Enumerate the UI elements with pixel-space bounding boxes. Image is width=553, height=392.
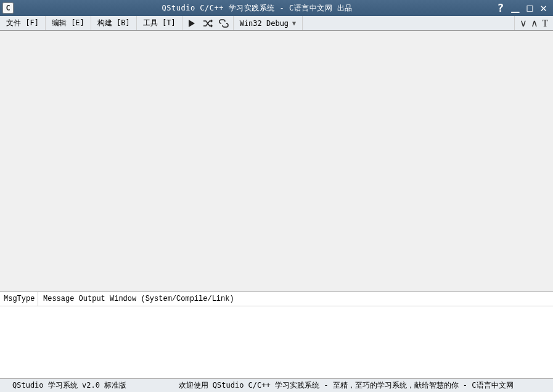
message-column-header: Message Output Window (System/Compile/Li…	[38, 292, 553, 306]
chevron-down-icon: ▼	[292, 20, 296, 27]
app-icon: C	[2, 2, 14, 14]
status-version: QStudio 学习系统 v2.0 标准版	[0, 380, 139, 391]
output-panel: MsgType Message Output Window (System/Co…	[0, 292, 553, 378]
down-caret-icon[interactable]: ∨	[520, 17, 527, 29]
minimize-icon[interactable]: _	[511, 0, 519, 12]
output-header: MsgType Message Output Window (System/Co…	[0, 292, 553, 306]
status-bar: QStudio 学习系统 v2.0 标准版 欢迎使用 QStudio C/C++…	[0, 378, 553, 392]
up-caret-icon[interactable]: ∧	[531, 17, 538, 29]
window-controls: ? _ □ ✕	[497, 1, 551, 15]
text-tool-icon[interactable]: T	[542, 18, 548, 29]
build-config-dropdown[interactable]: Win32 Debug ▼	[234, 16, 303, 30]
status-welcome: 欢迎使用 QStudio C/C++ 学习实践系统 - 至精，至巧的学习系统，献…	[139, 380, 553, 391]
window-title: QStudio C/C++ 学习实践系统 - C语言中文网 出品	[17, 3, 497, 14]
link-icon[interactable]	[218, 18, 229, 29]
maximize-icon[interactable]: □	[527, 3, 533, 13]
toolbar-run-group	[182, 16, 234, 30]
build-config-label: Win32 Debug	[240, 19, 289, 28]
run-icon[interactable]	[186, 18, 197, 29]
msgtype-column-header: MsgType	[0, 292, 38, 306]
editor-area[interactable]	[0, 31, 553, 292]
menu-build[interactable]: 构建 [B]	[91, 16, 137, 30]
help-icon[interactable]: ?	[497, 2, 504, 14]
menu-file[interactable]: 文件 [F]	[0, 16, 46, 30]
title-bar: C QStudio C/C++ 学习实践系统 - C语言中文网 出品 ? _ □…	[0, 0, 553, 16]
menu-tools[interactable]: 工具 [T]	[137, 16, 182, 30]
menubar-spacer	[303, 16, 515, 30]
shuffle-icon[interactable]	[202, 18, 213, 29]
right-toolbar: ∨ ∧ T	[515, 16, 553, 30]
close-icon[interactable]: ✕	[540, 2, 547, 14]
output-body[interactable]	[0, 306, 553, 378]
menu-bar: 文件 [F] 编辑 [E] 构建 [B] 工具 [T] Win32 Debug …	[0, 16, 553, 31]
menu-edit[interactable]: 编辑 [E]	[46, 16, 91, 30]
